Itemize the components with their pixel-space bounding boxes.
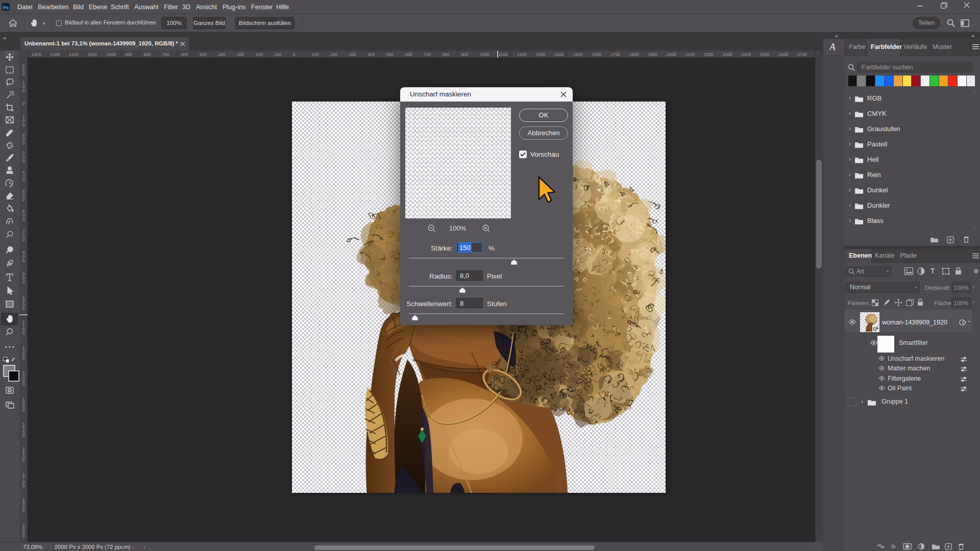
svg-text:600: 600 bbox=[22, 209, 25, 221]
svg-text:1300: 1300 bbox=[536, 52, 546, 57]
svg-text:100: 100 bbox=[274, 52, 281, 57]
svg-text:1900: 1900 bbox=[22, 522, 25, 539]
svg-text:400: 400 bbox=[22, 169, 25, 182]
svg-text:200: 200 bbox=[22, 63, 25, 76]
svg-text:800: 800 bbox=[143, 52, 151, 57]
svg-text:1300: 1300 bbox=[50, 52, 60, 57]
svg-text:1500: 1500 bbox=[22, 422, 25, 439]
svg-text:2600: 2600 bbox=[779, 52, 789, 57]
svg-text:1200: 1200 bbox=[69, 52, 79, 57]
svg-text:2500: 2500 bbox=[760, 52, 770, 57]
svg-text:0: 0 bbox=[293, 52, 296, 57]
svg-text:800: 800 bbox=[22, 250, 25, 263]
svg-text:900: 900 bbox=[22, 271, 25, 284]
svg-text:2100: 2100 bbox=[685, 52, 695, 57]
svg-text:100: 100 bbox=[22, 80, 25, 93]
svg-text:1000: 1000 bbox=[106, 52, 116, 57]
svg-text:1600: 1600 bbox=[22, 446, 25, 463]
svg-text:600: 600 bbox=[181, 52, 188, 57]
svg-text:500: 500 bbox=[200, 52, 207, 57]
svg-text:400: 400 bbox=[218, 52, 226, 57]
svg-text:500: 500 bbox=[386, 52, 394, 57]
svg-text:1100: 1100 bbox=[499, 52, 508, 57]
svg-text:600: 600 bbox=[405, 52, 412, 57]
svg-text:2300: 2300 bbox=[723, 52, 732, 57]
svg-text:200: 200 bbox=[330, 52, 337, 57]
svg-text:1000: 1000 bbox=[22, 295, 25, 312]
svg-text:500: 500 bbox=[22, 189, 25, 202]
svg-text:900: 900 bbox=[461, 52, 468, 57]
svg-text:1700: 1700 bbox=[610, 52, 620, 57]
svg-text:1700: 1700 bbox=[22, 472, 25, 489]
svg-text:fx: fx bbox=[891, 543, 896, 549]
svg-text:1400: 1400 bbox=[32, 52, 41, 57]
svg-text:1200: 1200 bbox=[517, 52, 527, 57]
svg-text:100: 100 bbox=[22, 114, 25, 127]
svg-text:900: 900 bbox=[125, 52, 132, 57]
svg-text:800: 800 bbox=[443, 52, 450, 57]
svg-text:300: 300 bbox=[22, 151, 25, 163]
svg-text:300: 300 bbox=[349, 52, 356, 57]
svg-text:Ps: Ps bbox=[3, 5, 9, 10]
svg-text:1600: 1600 bbox=[592, 52, 602, 57]
svg-text:1400: 1400 bbox=[22, 396, 25, 413]
svg-text:0: 0 bbox=[22, 101, 25, 106]
svg-text:2700: 2700 bbox=[797, 52, 807, 57]
svg-text:400: 400 bbox=[368, 52, 375, 57]
svg-text:1000: 1000 bbox=[480, 52, 489, 57]
svg-text:700: 700 bbox=[424, 52, 431, 57]
svg-text:2400: 2400 bbox=[741, 52, 751, 57]
svg-text:2200: 2200 bbox=[704, 52, 714, 57]
svg-text:1100: 1100 bbox=[87, 52, 97, 57]
svg-text:1400: 1400 bbox=[554, 52, 564, 57]
svg-text:1200: 1200 bbox=[22, 345, 25, 362]
svg-text:300: 300 bbox=[237, 52, 244, 57]
svg-text:1500: 1500 bbox=[573, 52, 583, 57]
svg-text:2000: 2000 bbox=[667, 52, 676, 57]
svg-text:200: 200 bbox=[22, 132, 25, 145]
svg-text:1800: 1800 bbox=[22, 497, 25, 514]
svg-text:100: 100 bbox=[312, 52, 319, 57]
svg-text:700: 700 bbox=[22, 229, 25, 242]
svg-text:1800: 1800 bbox=[629, 52, 639, 57]
svg-text:1300: 1300 bbox=[22, 370, 25, 387]
svg-text:700: 700 bbox=[162, 52, 169, 57]
svg-text:1900: 1900 bbox=[648, 52, 657, 57]
svg-text:200: 200 bbox=[256, 52, 263, 57]
svg-text:1100: 1100 bbox=[22, 319, 25, 336]
